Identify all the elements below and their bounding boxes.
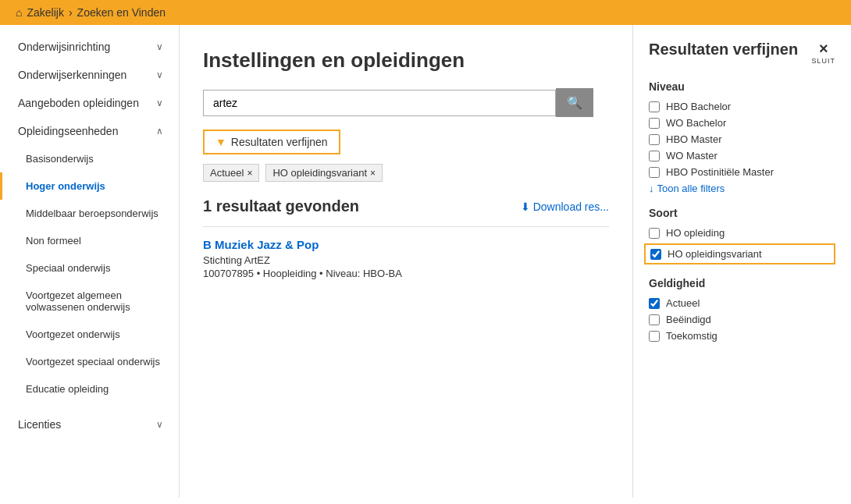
active-filters: Actueel × HO opleidingsvariant × — [203, 164, 609, 182]
sidebar-item-speciaal-onderwijs[interactable]: Speciaal onderwijs — [0, 254, 179, 282]
sidebar-item-onderwijserkenningen[interactable]: Onderwijserkenningen ∨ — [0, 61, 179, 89]
filter-option-beeindigd[interactable]: Beëindigd — [649, 314, 835, 325]
sidebar-item-vavo[interactable]: Voortgezet algemeen volwassenen onderwij… — [0, 282, 179, 321]
sidebar-item-mbo[interactable]: Middelbaar beroepsonderwijs — [0, 200, 179, 227]
sidebar-item-voortgezet-speciaal[interactable]: Voortgezet speciaal onderwijs — [0, 348, 179, 375]
checkbox-wo-master[interactable] — [649, 151, 660, 161]
sidebar: Onderwijsinrichting ∨ Onderwijserkenning… — [0, 25, 180, 498]
refine-filter-button[interactable]: ▼ Resultaten verfijnen — [203, 130, 340, 154]
remove-filter-icon[interactable]: × — [247, 168, 252, 179]
filter-tag-label: Actueel — [210, 167, 244, 179]
filter-option-actueel[interactable]: Actueel — [649, 297, 835, 309]
nav-separator: › — [69, 6, 73, 19]
filter-tag-ho-opleidingsvariant[interactable]: HO opleidingsvariant × — [265, 164, 383, 182]
sidebar-item-basisonderwijs[interactable]: Basisonderwijs — [0, 145, 179, 172]
sidebar-sub-label: Middelbaar beroepsonderwijs — [26, 208, 158, 219]
toon-alle-label: Toon alle filters — [657, 183, 725, 194]
filter-option-label: HBO Master — [666, 133, 722, 145]
filter-option-label: WO Master — [666, 150, 717, 161]
checkbox-hbo-master[interactable] — [649, 134, 660, 145]
sidebar-sub-label: Voortgezet algemeen volwassenen onderwij… — [26, 289, 163, 313]
sidebar-item-educatie-opleiding[interactable]: Educatie opleiding — [0, 375, 179, 403]
result-org: Stichting ArtEZ — [203, 254, 609, 266]
main-layout: Onderwijsinrichting ∨ Onderwijserkenning… — [0, 25, 851, 498]
checkbox-ho-opleidingsvariant[interactable] — [650, 249, 661, 260]
result-meta: 100707895 • Hoopleiding • Niveau: HBO-BA — [203, 268, 609, 279]
page-title: Instellingen en opleidingen — [203, 48, 609, 73]
sidebar-label: Opleidingseenheden — [18, 125, 118, 137]
checkbox-wo-bachelor[interactable] — [649, 118, 660, 129]
main-content: Instellingen en opleidingen 🔍 ▼ Resultat… — [180, 25, 632, 498]
sidebar-item-licenties[interactable]: Licenties ∨ — [0, 410, 179, 438]
filter-option-hbo-bachelor[interactable]: HBO Bachelor — [649, 101, 835, 112]
sidebar-label: Onderwijsinrichting — [18, 41, 110, 53]
search-form: 🔍 — [203, 88, 593, 117]
filter-icon: ▼ — [215, 136, 226, 148]
filter-option-label: Beëindigd — [666, 314, 711, 325]
filter-option-label: HBO Postinitiële Master — [666, 166, 774, 178]
nav-home-link[interactable]: Zakelijk — [27, 6, 63, 19]
chevron-down-icon: ∨ — [156, 41, 163, 52]
remove-filter-icon[interactable]: × — [370, 168, 376, 179]
toon-alle-filters-link[interactable]: ↓ Toon alle filters — [649, 183, 835, 194]
top-navigation: ⌂ Zakelijk › Zoeken en Vinden — [0, 0, 851, 25]
download-link[interactable]: ⬇ Download res... — [521, 201, 609, 213]
chevron-up-icon: ∧ — [156, 126, 163, 137]
sidebar-item-non-formeel[interactable]: Non formeel — [0, 227, 179, 254]
chevron-down-icon: ∨ — [156, 419, 163, 430]
filter-tag-actueel[interactable]: Actueel × — [203, 164, 259, 182]
checkbox-hbo-postinitieel[interactable] — [649, 167, 660, 178]
results-header: 1 resultaat gevonden ⬇ Download res... — [203, 197, 609, 215]
checkbox-beeindigd[interactable] — [649, 314, 660, 325]
soort-filter-section: Soort HO opleiding HO opleidingsvariant — [649, 207, 835, 264]
filter-option-label: HO opleiding — [666, 227, 725, 239]
result-item: B Muziek Jazz & Pop Stichting ArtEZ 1007… — [203, 226, 609, 290]
sidebar-item-opleidingseenheden[interactable]: Opleidingseenheden ∧ — [0, 117, 179, 145]
sidebar-item-voortgezet-onderwijs[interactable]: Voortgezet onderwijs — [0, 321, 179, 348]
soort-section-title: Soort — [649, 207, 835, 219]
chevron-down-icon: ∨ — [156, 69, 163, 80]
filter-option-ho-opleidingsvariant[interactable]: HO opleidingsvariant — [644, 243, 835, 264]
sidebar-sub-label: Non formeel — [26, 235, 81, 247]
checkbox-actueel[interactable] — [649, 298, 660, 309]
filter-option-hbo-master[interactable]: HBO Master — [649, 133, 835, 145]
arrow-down-icon: ↓ — [649, 183, 654, 194]
sidebar-item-hoger-onderwijs[interactable]: Hoger onderwijs — [0, 172, 179, 200]
filter-option-label: Actueel — [666, 297, 700, 309]
checkbox-ho-opleiding[interactable] — [649, 228, 660, 239]
niveau-section-title: Niveau — [649, 80, 835, 93]
checkbox-hbo-bachelor[interactable] — [649, 101, 660, 112]
sidebar-sub-label: Voortgezet speciaal onderwijs — [26, 356, 160, 367]
search-icon: 🔍 — [567, 96, 582, 109]
filter-option-wo-master[interactable]: WO Master — [649, 150, 835, 161]
filter-option-ho-opleiding[interactable]: HO opleiding — [649, 227, 835, 239]
sidebar-label: Licenties — [18, 418, 61, 431]
sidebar-item-onderwijsinrichting[interactable]: Onderwijsinrichting ∨ — [0, 33, 179, 61]
sidebar-item-aangeboden-opleidingen[interactable]: Aangeboden opleidingen ∨ — [0, 89, 179, 117]
sidebar-sub-label: Hoger onderwijs — [26, 180, 105, 192]
search-button[interactable]: 🔍 — [556, 88, 593, 117]
close-panel-button[interactable]: × SLUIT — [811, 41, 835, 65]
filter-option-wo-bachelor[interactable]: WO Bachelor — [649, 117, 835, 129]
filter-option-hbo-postinitieel[interactable]: HBO Postinitiële Master — [649, 166, 835, 178]
filter-option-toekomstig[interactable]: Toekomstig — [649, 330, 835, 342]
sidebar-sub-label: Voortgezet onderwijs — [26, 328, 120, 340]
download-label: Download res... — [533, 201, 609, 213]
sidebar-label: Aangeboden opleidingen — [18, 97, 139, 109]
geldigheid-section-title: Geldigheid — [649, 277, 835, 289]
filter-button-label: Resultaten verfijnen — [231, 136, 328, 148]
niveau-filter-section: Niveau HBO Bachelor WO Bachelor HBO Mast… — [649, 80, 835, 194]
geldigheid-filter-section: Geldigheid Actueel Beëindigd Toekomstig — [649, 277, 835, 342]
filter-option-label: HO opleidingsvariant — [668, 248, 762, 260]
search-input[interactable] — [203, 90, 556, 116]
filter-option-label: WO Bachelor — [666, 117, 726, 129]
refine-panel-header: Resultaten verfijnen × SLUIT — [649, 41, 835, 65]
result-title-link[interactable]: B Muziek Jazz & Pop — [203, 238, 319, 251]
download-icon: ⬇ — [521, 201, 530, 213]
checkbox-toekomstig[interactable] — [649, 331, 660, 342]
home-icon: ⌂ — [16, 6, 22, 19]
filter-option-label: Toekomstig — [666, 330, 717, 342]
sidebar-sub-label: Speciaal onderwijs — [26, 262, 110, 274]
results-count: 1 resultaat gevonden — [203, 197, 359, 215]
chevron-down-icon: ∨ — [156, 98, 163, 108]
